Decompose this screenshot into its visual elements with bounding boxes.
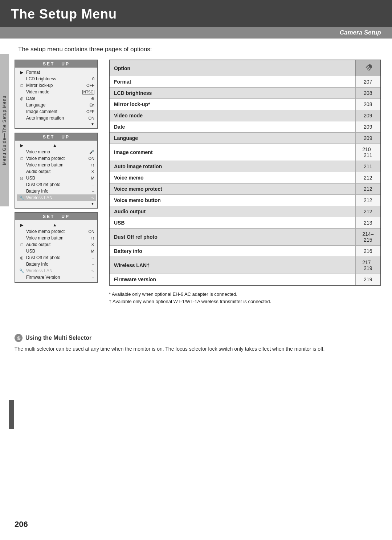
list-item: Image comment OFF	[18, 108, 94, 115]
table-row-option: Video mode	[109, 110, 355, 121]
list-item: Voice memo protect ON	[18, 228, 94, 235]
table-row-option: Firmware version	[109, 274, 355, 286]
table-row-option: Audio output	[109, 206, 355, 217]
intro-text: The setup menu contains three pages of o…	[18, 46, 381, 53]
table-row-option: Voice memo protect	[109, 184, 355, 195]
list-item: □ Voice memo protect ON	[18, 155, 94, 162]
table-row-page: 212	[355, 172, 381, 184]
list-item: Audio output ✕	[18, 168, 94, 175]
list-item: 🔧 Wireless LAN ∿	[18, 267, 94, 274]
list-item: Auto image rotation ON	[18, 115, 94, 121]
two-col-layout: SET UP ▶ Format -- LCD brightness 0 □	[15, 60, 381, 305]
main-content: The setup menu contains three pages of o…	[0, 39, 392, 312]
col-page-header	[355, 60, 381, 76]
camera-setup-bar: Camera Setup	[0, 27, 392, 39]
list-item: Firmware Version --	[18, 274, 94, 281]
table-row-page: 213	[355, 217, 381, 229]
table-row-option: Voice memo	[109, 172, 355, 184]
arrow-down-icon: ▼	[91, 202, 94, 206]
menu-screen-2: SET UP ▶ ▲ Voice memo 🎤 □ Voice mem	[15, 133, 98, 209]
menu-screen-1: SET UP ▶ Format -- LCD brightness 0 □	[15, 60, 98, 129]
table-row-page: 211	[355, 161, 381, 172]
bottom-section: ◎ Using the Multi Selector The multi sel…	[0, 334, 392, 360]
table-row-option: Date	[109, 121, 355, 133]
list-item: ▶ Format --	[18, 69, 94, 76]
list-item: Video mode NTSC	[18, 89, 94, 95]
menu-screen-1-body: ▶ Format -- LCD brightness 0 □ Mirror lo…	[15, 68, 97, 128]
side-tab: Menu Guide—The Setup Menu	[0, 54, 9, 206]
table-row-option: Image comment	[109, 144, 355, 161]
list-item: ◎ USB M	[18, 175, 94, 181]
list-item: USB M	[18, 248, 94, 254]
list-item: 🔧 Wireless LAN ∿	[17, 194, 96, 201]
menu-screenshots-col: SET UP ▶ Format -- LCD brightness 0 □	[15, 60, 98, 286]
table-row-page: 209	[355, 110, 381, 121]
list-item: ▶ ▲	[18, 222, 94, 228]
wrench-icon	[364, 63, 372, 72]
list-item: Voice memo button ♪↑	[18, 162, 94, 168]
menu-screen-2-body: ▶ ▲ Voice memo 🎤 □ Voice memo protect ON	[15, 141, 97, 208]
multi-selector-title-text: Using the Multi Selector	[25, 335, 91, 341]
table-row-option: Voice memo button	[109, 195, 355, 206]
options-table: Option Format207LCD brightness208Mirror …	[109, 60, 381, 286]
list-item: LCD brightness 0	[18, 76, 94, 82]
list-item: ▶ ▲	[18, 142, 94, 149]
table-row-page: 212	[355, 184, 381, 195]
list-item: Voice memo button ♪↑	[18, 235, 94, 241]
table-row-page: 212	[355, 206, 381, 217]
table-row-page: 216	[355, 246, 381, 257]
footnotes: * Available only when optional EH-6 AC a…	[109, 291, 283, 305]
table-row-page: 219	[355, 274, 381, 286]
multi-selector-body: The multi selector can be used at any ti…	[15, 345, 381, 353]
list-item: Battery Info --	[18, 261, 94, 267]
options-table-col: Option Format207LCD brightness208Mirror …	[109, 60, 381, 305]
table-row-page: 209	[355, 133, 381, 144]
list-item: ◎ Date ⊕	[18, 95, 94, 102]
arrow-right-icon: ▶	[18, 70, 25, 75]
footnote-2: † Available only when optional WT-1/WT-1…	[109, 298, 283, 305]
table-row-option: Language	[109, 133, 355, 144]
table-row-option: LCD brightness	[109, 88, 355, 99]
list-item: Voice memo 🎤	[18, 149, 94, 155]
table-row-option: USB	[109, 217, 355, 229]
menu-screen-2-title: SET UP	[15, 133, 97, 141]
multi-selector-title-row: ◎ Using the Multi Selector	[15, 334, 381, 342]
arrow-down-icon: ▼	[91, 122, 94, 126]
list-item: □ Audio output ✕	[18, 241, 94, 248]
list-item: ▼	[18, 201, 94, 206]
table-row-page: 212	[355, 195, 381, 206]
table-row-page: 217–219	[355, 257, 381, 274]
page-number: 206	[15, 520, 28, 529]
table-row-page: 214–215	[355, 229, 381, 246]
table-row-option: Mirror lock-up*	[109, 99, 355, 110]
footnote-1: * Available only when optional EH-6 AC a…	[109, 291, 283, 298]
table-row-page: 208	[355, 88, 381, 99]
list-item: ▼	[18, 121, 94, 127]
list-item: □ Mirror lock-up OFF	[18, 82, 94, 89]
table-row-option: Battery info	[109, 246, 355, 257]
list-item: ◎ Dust Off ref photo --	[18, 254, 94, 261]
table-row-page: 210–211	[355, 144, 381, 161]
table-row-option: Wireless LAN†	[109, 257, 355, 274]
multi-selector-icon: ◎	[15, 334, 23, 342]
table-row-page: 208	[355, 99, 381, 110]
page-title: The Setup Menu	[11, 7, 117, 21]
col-option-header: Option	[109, 60, 355, 76]
menu-screen-1-title: SET UP	[15, 60, 97, 68]
table-row-page: 207	[355, 76, 381, 88]
menu-screen-3: SET UP ▶ ▲ Voice memo protect ON Vo	[15, 212, 98, 283]
camera-setup-label: Camera Setup	[340, 29, 381, 36]
list-item: Language En	[18, 102, 94, 108]
table-row-option: Dust Off ref photo	[109, 229, 355, 246]
list-item: Dust Off ref photo --	[18, 181, 94, 188]
table-row-option: Format	[109, 76, 355, 88]
table-row-page: 209	[355, 121, 381, 133]
list-item: Battery Info --	[18, 188, 94, 194]
menu-screen-3-body: ▶ ▲ Voice memo protect ON Voice memo but…	[15, 220, 97, 282]
page-header: The Setup Menu	[0, 0, 392, 27]
left-bar	[9, 400, 14, 429]
menu-screen-3-title: SET UP	[15, 213, 97, 220]
table-row-option: Auto image rotation	[109, 161, 355, 172]
